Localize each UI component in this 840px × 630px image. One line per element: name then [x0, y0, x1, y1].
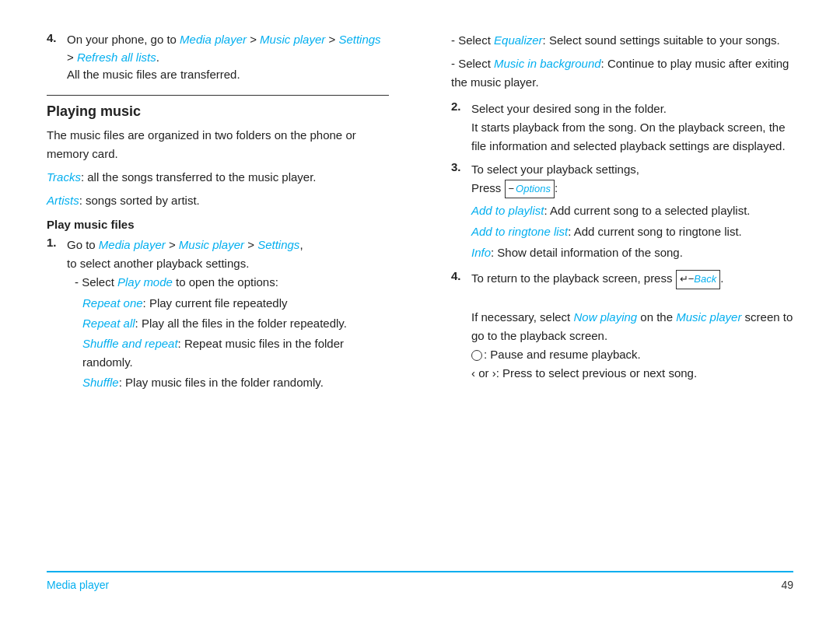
item3-press: Press [471, 181, 505, 194]
bullet-equalizer: - Select Equalizer: Select sound setting… [451, 31, 793, 50]
shuffle-text: : Play music files in the folder randoml… [119, 376, 324, 389]
back-label: Back [694, 271, 716, 288]
section-title: Playing music [47, 103, 389, 120]
add-playlist-line: Add to playlist: Add current song to a s… [471, 201, 793, 220]
repeat-all-label: Repeat all [82, 317, 135, 330]
item2-line2: It starts playback from the song. On the… [471, 121, 786, 152]
item2-text: Select your desired song in the folder. [471, 102, 667, 115]
info-label: Info [471, 246, 491, 259]
intro-link-music-player: Music player [260, 33, 325, 46]
intro-num-4: 4. [47, 31, 61, 84]
page: 4. On your phone, go to Media player > M… [0, 0, 840, 630]
now-playing-link1: Now playing [573, 310, 637, 324]
circle-icon [471, 350, 482, 361]
mib-link: Music in background [494, 57, 601, 70]
item1-post: , [299, 238, 303, 251]
intro-sep1: > [247, 33, 260, 46]
item1-link2: Music player [179, 238, 244, 251]
tracks-line: Tracks: all the songs transferred to the… [47, 168, 389, 187]
footer: Media player 49 [47, 571, 793, 591]
item3-options-post: : [555, 181, 558, 194]
intro-link-settings: Settings [338, 33, 380, 46]
repeat-one-text: : Play current file repeatedly [143, 296, 288, 310]
add-ringtone-line: Add to ringtone list: Add current song t… [471, 222, 793, 241]
repeat-one-label: Repeat one [82, 296, 143, 310]
item1-sep2: > [244, 238, 257, 251]
list-content-3: To select your playback settings, Press … [471, 160, 793, 264]
add-ringtone-label: Add to ringtone list [471, 225, 568, 238]
item3-text: To select your playback settings, [471, 163, 639, 176]
list-item-2: 2. Select your desired song in the folde… [451, 100, 793, 156]
list-num-4: 4. [451, 269, 465, 382]
options-label: Options [516, 181, 551, 198]
list-content-4: To return to the playback screen, press … [471, 269, 793, 382]
intro-link-refresh: Refresh all lists [77, 51, 156, 64]
now-playing-mid: on the [637, 310, 676, 324]
pause-text: : Pause and resume playback. [484, 348, 641, 361]
item1-link3: Settings [257, 238, 299, 251]
intro-text-pre: On your phone, go to [67, 33, 180, 46]
repeat-all-line: Repeat all: Play all the files in the fo… [82, 314, 389, 333]
item1-line2: to select another playback settings. [67, 257, 249, 270]
item1-link1: Media player [99, 238, 166, 251]
item4-post: . [720, 271, 723, 285]
now-playing-link2: Music player [676, 310, 741, 324]
intro-sep2: > [325, 33, 338, 46]
shuffle-label: Shuffle [82, 376, 119, 389]
mib-pre: - Select [451, 57, 494, 70]
artists-label: Artists [47, 194, 79, 207]
bullet1-pre: - Select [75, 275, 117, 289]
intro-text-4: On your phone, go to Media player > Musi… [67, 31, 389, 84]
shuffle-repeat-label: Shuffle and repeat [82, 337, 178, 350]
item1-sep1: > [166, 238, 179, 251]
options-dash: − [509, 181, 515, 198]
footer-right: 49 [781, 579, 793, 591]
intro-line2: All the music files are transferred. [67, 68, 240, 81]
nav-text: ‹ or ›: Press to select previous or next… [471, 366, 697, 380]
footer-left: Media player [47, 579, 109, 591]
intro-post: . [156, 51, 159, 64]
now-playing-pre: If necessary, select [471, 310, 573, 324]
list-num-2: 2. [451, 100, 465, 156]
back-dash: ↵− [680, 271, 695, 288]
intro-sep3: > [67, 51, 77, 64]
item4-text: To return to the playback screen, press [471, 271, 672, 285]
list-content-2: Select your desired song in the folder. … [471, 100, 793, 156]
bullet-music-bg: - Select Music in background: Continue t… [451, 54, 793, 92]
intro-item-4: 4. On your phone, go to Media player > M… [47, 31, 389, 84]
bullet1-post: to open the options: [173, 275, 278, 289]
tracks-text: : all the songs transferred to the music… [81, 170, 317, 184]
item1-pre: Go to [67, 238, 99, 251]
shuffle-line: Shuffle: Play music files in the folder … [82, 373, 389, 392]
tracks-label: Tracks [47, 170, 81, 184]
bullet-play-mode: - Select Play mode to open the options: [75, 273, 389, 292]
list-item-3: 3. To select your playback settings, Pre… [451, 160, 793, 264]
info-line: Info: Show detail information of the son… [471, 243, 793, 262]
right-column: - Select Equalizer: Select sound setting… [436, 31, 793, 563]
info-text: : Show detail information of the song. [491, 246, 683, 259]
subsection-title: Play music files [47, 218, 389, 231]
left-column: 4. On your phone, go to Media player > M… [47, 31, 404, 563]
list-num-1: 1. [47, 236, 61, 394]
eq-pre: - Select [451, 33, 494, 47]
list-content-1: Go to Media player > Music player > Sett… [67, 236, 389, 394]
list-item-4: 4. To return to the playback screen, pre… [451, 269, 793, 382]
repeat-one-line: Repeat one: Play current file repeatedly [82, 294, 389, 313]
list-num-3: 3. [451, 160, 465, 264]
content-area: 4. On your phone, go to Media player > M… [47, 31, 793, 563]
section-body1: The music files are organized in two fol… [47, 126, 389, 163]
section-divider [47, 95, 389, 96]
list-item-1: 1. Go to Media player > Music player > S… [47, 236, 389, 394]
repeat-all-text: : Play all the files in the folder repea… [135, 317, 347, 330]
add-playlist-text: : Add current song to a selected playlis… [544, 204, 750, 217]
eq-post: : Select sound settings suitable to your… [543, 33, 780, 47]
options-box: −Options [505, 180, 555, 199]
eq-link: Equalizer [494, 33, 543, 47]
back-box: ↵−Back [676, 270, 721, 289]
intro-link-media-player: Media player [180, 33, 247, 46]
artists-text: : songs sorted by artist. [79, 194, 200, 207]
add-playlist-label: Add to playlist [471, 204, 544, 217]
artists-line: Artists: songs sorted by artist. [47, 191, 389, 210]
shuffle-repeat-line: Shuffle and repeat: Repeat music files i… [82, 334, 389, 372]
add-ringtone-text: : Add current song to ringtone list. [568, 225, 741, 238]
